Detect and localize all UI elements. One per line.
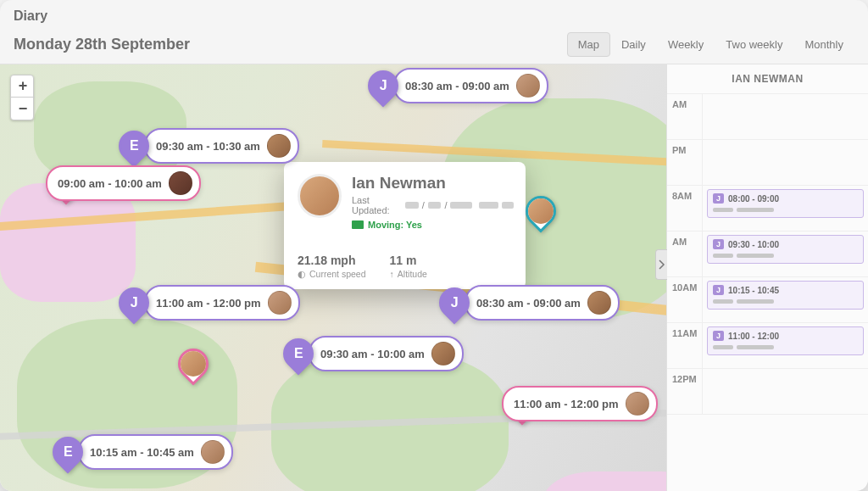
time-chip[interactable]: 11:00 am - 12:00 pm xyxy=(144,285,300,321)
popup-last-updated: Last Updated: // xyxy=(352,195,514,215)
header-bar: Monday 28th September MapDailyWeeklyTwo … xyxy=(0,29,868,64)
app-title: Diary xyxy=(0,0,868,29)
event-time-range: 09:30 - 10:00 xyxy=(728,240,779,249)
event-badge: J xyxy=(713,285,724,295)
map-pin[interactable]: J11:00 am - 12:00 pm xyxy=(119,285,300,321)
calendar-event[interactable]: J08:00 - 09:00 xyxy=(707,189,864,218)
chip-time-label: 10:15 am - 10:45 am xyxy=(90,446,194,459)
chevron-right-icon xyxy=(659,259,665,270)
zoom-control: + − xyxy=(10,75,34,120)
time-slot-label: 12PM xyxy=(667,369,703,414)
event-badge: J xyxy=(713,193,724,204)
chip-time-label: 09:30 am - 10:00 am xyxy=(320,348,425,360)
time-slot: 8AMJ08:00 - 09:00 xyxy=(667,186,868,232)
map-pin[interactable]: E10:15 am - 10:45 am xyxy=(53,434,233,470)
time-slot-body[interactable] xyxy=(703,140,868,185)
chip-time-label: 08:30 am - 09:00 am xyxy=(476,297,581,310)
time-slot-label: AM xyxy=(667,232,703,276)
event-detail-placeholder xyxy=(713,299,858,304)
zoom-in-button[interactable]: + xyxy=(11,75,35,98)
event-detail-placeholder xyxy=(713,208,858,212)
popup-person-name: Ian Newman xyxy=(352,174,514,192)
time-chip[interactable]: 09:30 am - 10:30 am xyxy=(144,128,299,164)
avatar xyxy=(267,134,291,158)
time-slot-body[interactable] xyxy=(703,369,868,414)
time-slot-label: AM xyxy=(667,94,703,139)
time-chip[interactable]: 08:30 am - 09:00 am xyxy=(393,68,548,103)
time-slot-body[interactable] xyxy=(703,94,868,139)
map-pin[interactable]: E09:30 am - 10:30 am xyxy=(119,128,299,164)
event-time-range: 08:00 - 09:00 xyxy=(728,194,779,204)
gauge-icon: ◐ xyxy=(298,269,306,279)
event-time-range: 10:15 - 10:45 xyxy=(728,286,779,295)
avatar xyxy=(528,198,554,224)
chip-time-label: 09:00 am - 10:00 am xyxy=(58,177,162,190)
time-slot-body[interactable]: J09:30 - 10:00 xyxy=(703,232,868,276)
time-slot-body[interactable]: J08:00 - 09:00 xyxy=(703,186,868,231)
avatar xyxy=(587,291,611,315)
time-slot: 12PM xyxy=(667,369,868,415)
time-slot-label: PM xyxy=(667,140,703,185)
tab-weekly[interactable]: Weekly xyxy=(657,32,715,57)
chip-time-label: 08:30 am - 09:00 am xyxy=(405,80,509,92)
time-slot-label: 11AM xyxy=(667,323,703,368)
calendar-event[interactable]: J11:00 - 12:00 xyxy=(707,326,864,355)
time-slot: PM xyxy=(667,140,868,186)
time-slot: 11AMJ11:00 - 12:00 xyxy=(667,323,868,369)
event-badge: J xyxy=(713,331,724,341)
marker-e[interactable]: E xyxy=(277,332,320,376)
avatar xyxy=(626,392,649,416)
time-chip[interactable]: 11:00 am - 12:00 pm xyxy=(502,386,658,421)
avatar xyxy=(201,440,225,464)
calendar-event[interactable]: J09:30 - 10:00 xyxy=(707,235,864,264)
avatar xyxy=(268,291,292,315)
avatar xyxy=(181,351,206,377)
truck-icon xyxy=(352,220,364,229)
date-title: Monday 28th September xyxy=(14,36,190,53)
map-pin[interactable]: E09:30 am - 10:00 am xyxy=(283,336,464,371)
tab-two-weekly[interactable]: Two weekly xyxy=(715,32,793,57)
chip-time-label: 09:30 am - 10:30 am xyxy=(156,140,260,153)
arrow-up-icon: ↑ xyxy=(390,269,394,279)
marker-e[interactable]: E xyxy=(47,431,90,474)
time-chip[interactable]: 09:30 am - 10:00 am xyxy=(309,336,464,371)
tab-daily[interactable]: Daily xyxy=(610,32,657,57)
sidebar-person-name: IAN NEWMAN xyxy=(667,64,868,94)
popup-altitude: 11 m ↑Altitude xyxy=(390,254,427,279)
time-slot-body[interactable]: J11:00 - 12:00 xyxy=(703,323,868,368)
time-chip[interactable]: 10:15 am - 10:45 am xyxy=(78,434,233,470)
event-detail-placeholder xyxy=(713,345,858,349)
popup-moving-status: Moving: Yes xyxy=(352,220,514,230)
time-slot: AM xyxy=(667,94,868,140)
map-pin[interactable]: J08:30 am - 09:00 am xyxy=(368,68,548,103)
time-slot-label: 10AM xyxy=(667,277,703,322)
marker-j[interactable]: J xyxy=(362,64,405,107)
person-popup[interactable]: Ian Newman Last Updated: // Moving: Yes xyxy=(284,162,526,289)
calendar-event[interactable]: J10:15 - 10:45 xyxy=(707,281,864,310)
event-time-range: 11:00 - 12:00 xyxy=(728,332,779,341)
popup-avatar xyxy=(298,174,342,218)
time-slot: 10AMJ10:15 - 10:45 xyxy=(667,277,868,323)
time-slot-body[interactable]: J10:15 - 10:45 xyxy=(703,277,868,322)
time-chip[interactable]: 08:30 am - 09:00 am xyxy=(465,285,620,321)
time-slot-label: 8AM xyxy=(667,186,703,231)
marker-j[interactable]: J xyxy=(433,282,476,325)
marker-j[interactable]: J xyxy=(113,282,156,325)
marker-e[interactable]: E xyxy=(113,125,156,168)
event-detail-placeholder xyxy=(713,254,858,258)
avatar xyxy=(516,74,540,98)
avatar xyxy=(431,342,455,365)
map-canvas[interactable]: + − Ian Newman Last Updated: // xyxy=(0,64,666,491)
event-badge: J xyxy=(713,239,724,249)
avatar xyxy=(169,171,192,195)
sidebar-expand-toggle[interactable] xyxy=(655,249,667,280)
time-slot: AMJ09:30 - 10:00 xyxy=(667,232,868,277)
tab-map[interactable]: Map xyxy=(567,32,610,57)
map-pin[interactable]: J08:30 am - 09:00 am xyxy=(439,285,620,321)
popup-speed: 21.18 mph ◐Current speed xyxy=(298,254,366,279)
schedule-sidebar: IAN NEWMAN AMPM8AMJ08:00 - 09:00AMJ09:30… xyxy=(666,64,868,491)
tab-monthly[interactable]: Monthly xyxy=(793,32,854,57)
view-tabs: MapDailyWeeklyTwo weeklyMonthly xyxy=(567,32,854,57)
zoom-out-button[interactable]: − xyxy=(11,98,35,120)
time-chip[interactable]: 09:00 am - 10:00 am xyxy=(46,165,201,201)
